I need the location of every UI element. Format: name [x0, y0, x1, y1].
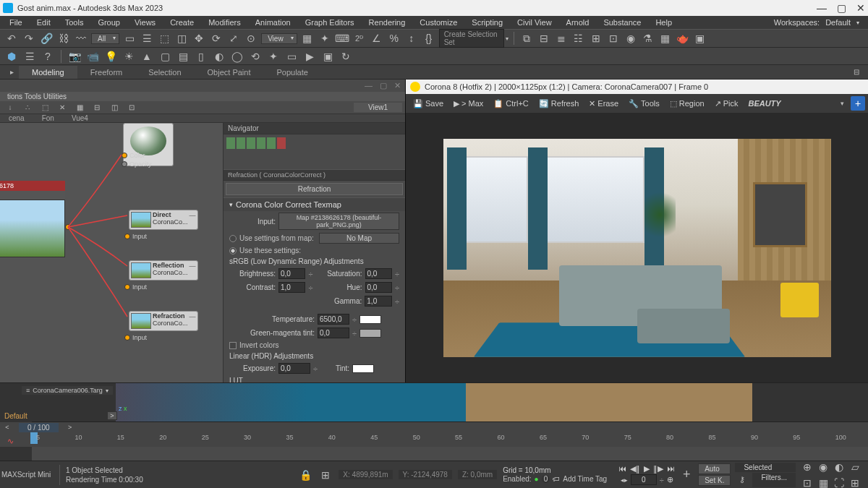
corona--max-button[interactable]: ▶> Max: [449, 97, 488, 111]
render-setup-icon[interactable]: ⚗: [641, 31, 655, 46]
workspaces-dropdown[interactable]: Default: [825, 18, 851, 27]
mat-tool2-icon[interactable]: ∴: [20, 100, 35, 115]
timeline-curve-icon[interactable]: ∿: [3, 434, 17, 448]
node-preview[interactable]: [123, 123, 174, 166]
scene-tab-cena[interactable]: cena: [0, 114, 33, 122]
port-dot[interactable]: [122, 161, 127, 167]
menu-modifiers[interactable]: Modifiers: [202, 17, 247, 27]
maxview-icon[interactable]: ⛶: [832, 476, 846, 489]
mat-tool5-icon[interactable]: ▦: [72, 100, 87, 115]
light-icon[interactable]: ⬢: [4, 49, 19, 64]
select-icon[interactable]: ▭: [122, 31, 137, 46]
lock-icon[interactable]: 🔒: [298, 468, 312, 482]
scene-tab-fon[interactable]: Fon: [33, 114, 63, 122]
zoomext-icon[interactable]: ⊡: [800, 476, 814, 489]
no-map-button[interactable]: No Map: [319, 233, 399, 244]
coord-z[interactable]: Z: 0,0mm: [458, 470, 497, 479]
corona-dropdown-icon[interactable]: ▾: [835, 96, 849, 111]
mat-tool4-icon[interactable]: ✕: [55, 100, 69, 115]
render-frame-icon[interactable]: ▦: [658, 31, 673, 46]
port-dot[interactable]: [124, 335, 130, 341]
corona-save-button[interactable]: 💾Save: [409, 97, 448, 111]
window-crossing-icon[interactable]: ◫: [174, 31, 189, 46]
curve-editor-icon[interactable]: ⊞: [589, 31, 603, 46]
corona-pick-button[interactable]: ↗Pick: [710, 97, 743, 111]
invert-checkbox[interactable]: [229, 342, 237, 349]
schematic-icon[interactable]: ⊡: [606, 31, 621, 46]
minimize-button[interactable]: —: [817, 2, 827, 14]
gamma-spinner[interactable]: 1,0: [365, 296, 392, 307]
menu-customize[interactable]: Customize: [413, 17, 464, 27]
key-filter-icon[interactable]: ⚷: [735, 473, 749, 487]
menu-rendering[interactable]: Rendering: [362, 17, 412, 27]
bind-icon[interactable]: 〰: [74, 31, 88, 46]
menu-views[interactable]: Views: [128, 17, 162, 27]
menu-group[interactable]: Group: [91, 17, 127, 27]
scene-explorer-icon[interactable]: ≡: [26, 387, 30, 394]
maximize-button[interactable]: ▢: [837, 2, 846, 14]
frame-icon[interactable]: ▭: [284, 49, 299, 64]
port-dot[interactable]: [122, 153, 127, 158]
camera2-icon[interactable]: 📹: [85, 49, 100, 64]
ribbon-toggle-icon[interactable]: ▸: [4, 65, 19, 80]
menu-graph-editors[interactable]: Graph Editors: [299, 17, 361, 27]
render-icon[interactable]: ▣: [693, 31, 707, 46]
move-icon[interactable]: ✥: [192, 31, 206, 46]
redo-icon[interactable]: ↷: [22, 31, 36, 46]
output-port[interactable]: [65, 224, 71, 230]
saturation-spinner[interactable]: 0,0: [365, 268, 392, 279]
goto-start-button[interactable]: ⏮: [618, 464, 626, 474]
viewport[interactable]: [116, 383, 752, 421]
zoomall-icon[interactable]: ▦: [816, 476, 830, 489]
menu-substance[interactable]: Substance: [597, 17, 647, 27]
time-tag-icon[interactable]: 🏷: [553, 475, 560, 483]
mirror-icon[interactable]: ⧉: [519, 31, 534, 46]
isolate-icon[interactable]: ⊞: [318, 468, 333, 482]
corona-refresh-button[interactable]: 🔄Refresh: [535, 97, 584, 111]
close-button[interactable]: ✕: [856, 2, 865, 14]
key-mode-icon[interactable]: ◂▸: [621, 476, 628, 484]
mat-tool7-icon[interactable]: ◫: [107, 100, 122, 115]
selection-filter-dropdown[interactable]: All: [91, 33, 119, 44]
hue-spinner[interactable]: 0,0: [365, 282, 392, 293]
box-icon[interactable]: ▢: [158, 49, 172, 64]
temperature-swatch[interactable]: [359, 315, 381, 324]
render-preview[interactable]: [443, 139, 831, 357]
link-icon[interactable]: 🔗: [39, 31, 54, 46]
sun-icon[interactable]: ☀: [122, 49, 136, 64]
shade-icon[interactable]: ▤: [176, 49, 190, 64]
corona-add-icon[interactable]: +: [851, 96, 865, 111]
menu-tools[interactable]: Tools: [59, 17, 90, 27]
paper-icon[interactable]: ▯: [194, 49, 208, 64]
ribbon-min-icon[interactable]: ⊟: [849, 65, 864, 80]
contrast-spinner[interactable]: 1,0: [278, 282, 305, 293]
tint-swatch[interactable]: [352, 364, 374, 373]
edit-selection-icon[interactable]: {}: [422, 31, 436, 46]
align-icon[interactable]: ⊟: [537, 31, 551, 46]
fwd-icon[interactable]: ▣: [320, 49, 335, 64]
refraction-button[interactable]: Refraction: [226, 183, 403, 195]
temperature-spinner[interactable]: 6500,0: [318, 314, 349, 325]
pan-view-icon[interactable]: ⊕: [800, 460, 814, 474]
prev-frame-button[interactable]: ◀‖: [630, 464, 640, 474]
pivot-icon[interactable]: ▦: [300, 31, 315, 46]
layer-explorer-icon[interactable]: ☷: [571, 31, 586, 46]
node-canvas[interactable]: Color Opacity Map #2138626178 Bitmap Dir…: [0, 123, 223, 417]
node-bitmap[interactable]: Map #2138626178 Bitmap: [0, 181, 65, 257]
loop-icon[interactable]: ⟲: [248, 49, 263, 64]
greentint-swatch[interactable]: [359, 329, 381, 338]
tree-icon[interactable]: ▲: [140, 49, 154, 64]
ribbon-tab-selection[interactable]: Selection: [135, 66, 194, 79]
node-direct[interactable]: DirectCoronaCo...—: [129, 210, 198, 230]
port-dot[interactable]: [124, 284, 130, 290]
use-settings-radio[interactable]: [229, 235, 237, 242]
chevron-down-icon[interactable]: ▾: [856, 20, 859, 26]
keyframe-icon[interactable]: +: [679, 468, 694, 482]
coord-x[interactable]: X: 4899,891m: [339, 470, 392, 479]
scale-icon[interactable]: ⤢: [226, 31, 241, 46]
bulb-icon[interactable]: 💡: [103, 49, 118, 64]
place-icon[interactable]: ⊙: [244, 31, 258, 46]
timeline-track[interactable]: ∿ 51015202530354045505560657075808590951…: [0, 432, 868, 447]
filters-button[interactable]: Filters...: [752, 473, 796, 487]
menu-create[interactable]: Create: [163, 17, 200, 27]
